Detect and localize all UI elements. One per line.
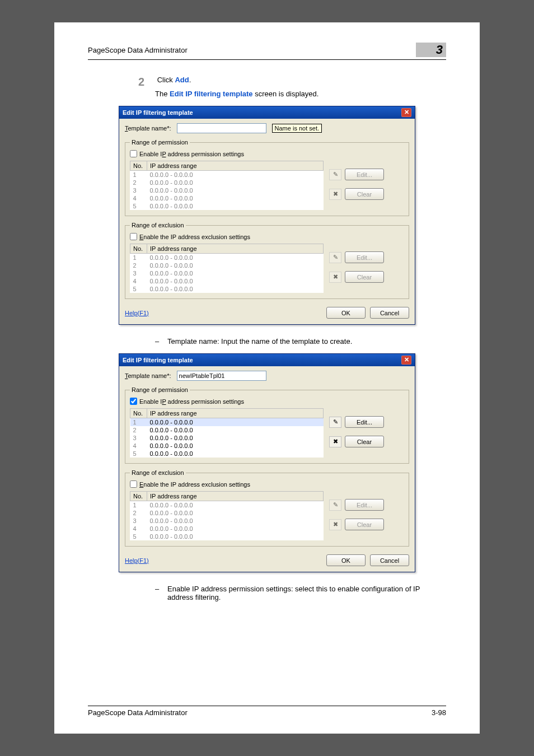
bullet-2: – Enable IP address permission settings:…: [155, 585, 446, 601]
table-row: 10.0.0.0 - 0.0.0.0: [130, 254, 324, 262]
dialog-titlebar[interactable]: Edit IP filtering template ✕: [119, 354, 415, 366]
clear-button: Clear: [345, 188, 384, 200]
table-row: 50.0.0.0 - 0.0.0.0: [130, 202, 324, 210]
footer-right: 3-98: [432, 708, 446, 717]
page-footer: PageScope Data Administrator 3-98: [88, 706, 446, 717]
ok-button[interactable]: OK: [326, 554, 366, 566]
exclusion-table: No.IP address range 10.0.0.0 - 0.0.0.0 2…: [130, 491, 324, 540]
cancel-button[interactable]: Cancel: [370, 554, 409, 566]
clear-icon[interactable]: ✖: [329, 436, 341, 447]
permission-legend: Range of permission: [130, 386, 190, 393]
table-row: 30.0.0.0 - 0.0.0.0: [130, 269, 324, 277]
exclusion-table: No.IP address range 10.0.0.0 - 0.0.0.0 2…: [130, 244, 324, 293]
edit-icon[interactable]: ✎: [329, 417, 341, 428]
enable-exclusion-checkbox[interactable]: [130, 480, 137, 488]
exclusion-legend: Range of exclusion: [130, 222, 186, 228]
help-link[interactable]: Help(F1): [125, 557, 149, 564]
footer-left: PageScope Data Administrator: [88, 708, 188, 717]
clear-button: Clear: [345, 519, 384, 530]
permission-table: No.IP address range 10.0.0.0 - 0.0.0.0 2…: [130, 408, 324, 458]
page-header: PageScope Data Administrator 3: [88, 43, 446, 60]
permission-legend: Range of permission: [130, 139, 190, 146]
enable-permission-label: Enable IP address permission settings: [139, 151, 244, 157]
close-icon[interactable]: ✕: [401, 108, 411, 117]
template-name-label: Template name*:: [125, 372, 171, 379]
step-row: 2 Click Add.: [138, 76, 446, 88]
table-row: 40.0.0.0 - 0.0.0.0: [130, 525, 324, 533]
enable-permission-checkbox[interactable]: [130, 150, 137, 157]
table-row: 40.0.0.0 - 0.0.0.0: [130, 442, 324, 450]
table-row: 20.0.0.0 - 0.0.0.0: [130, 509, 324, 517]
table-row: 30.0.0.0 - 0.0.0.0: [130, 517, 324, 525]
template-name-row: Template name*: Name is not set.: [125, 123, 409, 133]
permission-fieldset: Range of permission Enable IP address pe…: [125, 139, 409, 216]
edit-icon: ✎: [329, 500, 341, 511]
edit-button: Edit...: [345, 499, 384, 511]
header-title: PageScope Data Administrator: [88, 46, 188, 54]
ok-button[interactable]: OK: [326, 307, 366, 319]
dialog-2: Edit IP filtering template ✕ Template na…: [119, 353, 415, 572]
edit-button: Edit...: [345, 251, 384, 263]
table-row: 10.0.0.0 - 0.0.0.0: [130, 418, 324, 427]
enable-permission-label: Enable IP address permission settings: [139, 398, 244, 405]
cancel-button[interactable]: Cancel: [370, 307, 409, 319]
table-row: 30.0.0.0 - 0.0.0.0: [130, 186, 324, 194]
step-result: The Edit IP filtering template screen is…: [155, 90, 446, 98]
bullet-1: – Template name: Input the name of the t…: [155, 337, 446, 346]
enable-exclusion-checkbox[interactable]: [130, 233, 137, 240]
clear-icon: ✖: [329, 519, 341, 530]
help-link[interactable]: Help(F1): [125, 310, 149, 316]
edit-icon: ✎: [329, 252, 341, 263]
template-name-input[interactable]: [177, 123, 266, 133]
dialog-title: Edit IP filtering template: [123, 357, 193, 363]
enable-exclusion-label: Enable the IP address exclusion settings: [139, 234, 250, 240]
chapter-number: 3: [416, 43, 446, 57]
enable-permission-checkbox[interactable]: [130, 398, 137, 405]
template-name-label: Template name*:: [125, 125, 171, 132]
table-row: 20.0.0.0 - 0.0.0.0: [130, 179, 324, 186]
dialog-titlebar[interactable]: Edit IP filtering template ✕: [119, 106, 415, 119]
permission-table: No.IP address range 10.0.0.0 - 0.0.0.0 2…: [130, 161, 324, 210]
clear-icon: ✖: [329, 189, 341, 200]
exclusion-fieldset: Range of exclusion Enable the IP address…: [125, 222, 409, 299]
edit-icon: ✎: [329, 169, 341, 180]
table-row: 30.0.0.0 - 0.0.0.0: [130, 434, 324, 442]
add-link: Add: [175, 76, 189, 84]
close-icon[interactable]: ✕: [401, 356, 411, 365]
exclusion-legend: Range of exclusion: [130, 469, 186, 476]
dialog-title: Edit IP filtering template: [123, 109, 193, 116]
step-text: Click Add.: [157, 76, 191, 84]
edit-button[interactable]: Edit...: [345, 416, 384, 428]
dialog-1: Edit IP filtering template ✕ Template na…: [119, 106, 415, 325]
permission-fieldset: Range of permission Enable IP address pe…: [125, 386, 409, 464]
table-row: 40.0.0.0 - 0.0.0.0: [130, 277, 324, 285]
clear-button: Clear: [345, 271, 384, 283]
exclusion-fieldset: Range of exclusion Enable the IP address…: [125, 469, 409, 547]
template-name-input[interactable]: [177, 371, 266, 381]
step-number: 2: [138, 76, 155, 88]
table-row: 20.0.0.0 - 0.0.0.0: [130, 262, 324, 269]
table-row: 50.0.0.0 - 0.0.0.0: [130, 285, 324, 293]
table-row: 10.0.0.0 - 0.0.0.0: [130, 171, 324, 179]
template-name-row: Template name*:: [125, 371, 409, 381]
clear-button[interactable]: Clear: [345, 436, 384, 447]
enable-exclusion-label: Enable the IP address exclusion settings: [139, 481, 250, 488]
table-row: 20.0.0.0 - 0.0.0.0: [130, 426, 324, 434]
table-row: 40.0.0.0 - 0.0.0.0: [130, 194, 324, 202]
name-tooltip: Name is not set.: [272, 124, 322, 133]
table-row: 10.0.0.0 - 0.0.0.0: [130, 501, 324, 510]
table-row: 50.0.0.0 - 0.0.0.0: [130, 533, 324, 540]
clear-icon: ✖: [329, 272, 341, 283]
table-row: 50.0.0.0 - 0.0.0.0: [130, 450, 324, 458]
edit-button: Edit...: [345, 169, 384, 180]
